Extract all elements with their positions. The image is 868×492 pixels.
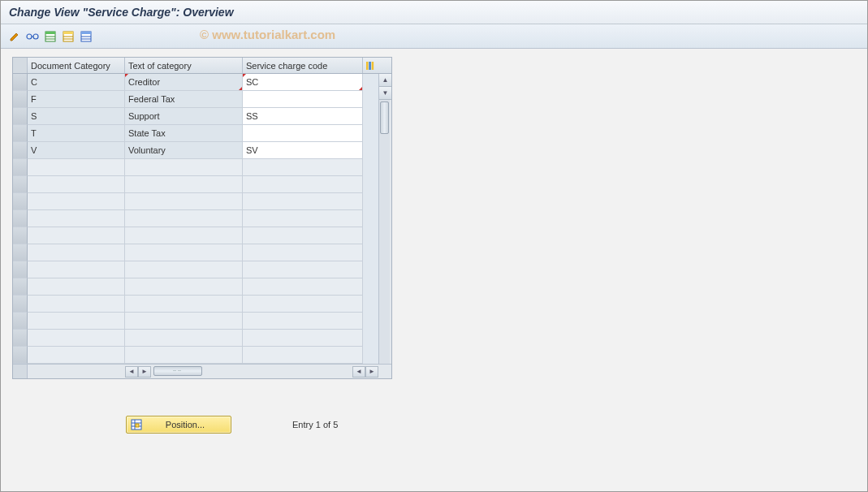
cell-service-charge-code[interactable] [243,125,363,142]
row-selector[interactable] [13,278,28,296]
svg-rect-16 [372,62,374,70]
cell-doc-category[interactable]: S [28,108,125,125]
empty-cell [243,176,363,193]
table-row-empty [13,227,378,244]
svg-rect-21 [136,424,139,427]
horizontal-scrollbar[interactable]: ◄ ► ┈┈ ◄ ► [13,364,391,378]
cell-service-charge-code[interactable]: SC [243,74,363,91]
row-selector[interactable] [13,176,28,193]
watermark-text: © www.tutorialkart.com [200,28,335,41]
empty-cell [243,244,363,261]
cell-doc-category[interactable]: V [28,142,125,159]
cell-doc-category[interactable]: F [28,91,125,108]
table-blue-icon [80,31,92,42]
svg-rect-11 [81,32,91,34]
change-button[interactable] [7,29,22,44]
glasses-icon [26,32,39,41]
row-selector[interactable] [13,193,28,210]
hscroll-corner [13,365,28,378]
row-selector[interactable] [13,74,28,91]
row-selector[interactable] [13,125,28,142]
row-selector[interactable] [13,159,28,176]
cell-text-category[interactable]: Support [125,108,243,125]
empty-cell [243,347,363,364]
table-row[interactable]: CCreditorSC [13,74,378,91]
grid-locate-icon [131,419,142,430]
select-all-header[interactable] [13,58,28,73]
cell-text-category[interactable]: State Tax [125,125,243,142]
hscroll-right2-button[interactable]: ► [365,366,378,378]
empty-cell [243,193,363,210]
scroll-thumb[interactable] [380,101,389,134]
table-row-empty [13,193,378,210]
empty-cell [125,296,243,313]
empty-cell [28,278,125,296]
row-selector[interactable] [13,313,28,330]
svg-rect-3 [45,32,55,34]
column-header-service-charge-code[interactable]: Service charge code [243,58,363,73]
display-button[interactable] [25,29,40,44]
svg-rect-14 [366,62,369,70]
empty-cell [28,330,125,347]
cell-service-charge-code[interactable]: SV [243,142,363,159]
table-row-empty [13,278,378,296]
row-selector[interactable] [13,330,28,347]
empty-cell [28,176,125,193]
scroll-up-button[interactable]: ▲ [379,74,391,87]
column-header-text-category[interactable]: Text of category [125,58,243,73]
cell-text-category[interactable]: Creditor [125,74,243,91]
empty-cell [28,210,125,227]
columns-icon [366,61,374,71]
cell-text-category[interactable]: Voluntary [125,142,243,159]
empty-cell [125,210,243,227]
table-row-empty [13,313,378,330]
svg-rect-7 [63,32,73,34]
row-selector[interactable] [13,227,28,244]
cell-doc-category[interactable]: C [28,74,125,91]
row-selector[interactable] [13,210,28,227]
empty-cell [28,193,125,210]
hscroll-left-button[interactable]: ◄ [125,366,138,378]
empty-cell [28,347,125,364]
cell-doc-category[interactable]: T [28,125,125,142]
scroll-down-button[interactable]: ▼ [379,87,391,100]
cell-service-charge-code[interactable]: SS [243,108,363,125]
empty-cell [125,244,243,261]
column-config-button[interactable] [363,58,378,73]
table-row-empty [13,210,378,227]
table-row-empty [13,176,378,193]
table-row[interactable]: VVoluntarySV [13,142,378,159]
empty-cell [28,244,125,261]
cell-service-charge-code[interactable] [243,91,363,108]
hscroll-thumb[interactable]: ┈┈ [153,366,202,376]
hscroll-left2-button[interactable]: ◄ [352,366,365,378]
table-row-empty [13,159,378,176]
svg-point-1 [33,34,38,39]
table-row[interactable]: TState Tax [13,125,378,142]
hscroll-right-button[interactable]: ► [138,366,151,378]
copy-as-button[interactable] [61,29,76,44]
table-body: CCreditorSCFFederal TaxSSupportSSTState … [13,74,391,364]
row-selector[interactable] [13,261,28,278]
row-selector[interactable] [13,108,28,125]
new-entries-button[interactable] [43,29,58,44]
delete-button[interactable] [79,29,93,44]
position-button[interactable]: Position... [126,416,231,434]
row-selector[interactable] [13,244,28,261]
scroll-track[interactable] [379,100,390,364]
entry-counter: Entry 1 of 5 [292,420,338,429]
table-row[interactable]: FFederal Tax [13,91,378,108]
row-selector[interactable] [13,296,28,313]
cell-text-category[interactable]: Federal Tax [125,91,243,108]
row-selector[interactable] [13,91,28,108]
content-area: Document Category Text of category Servi… [1,49,867,442]
row-selector[interactable] [13,347,28,364]
table-row-empty [13,330,378,347]
title-text: Change View "Service Charge": Overview [9,6,234,19]
vertical-scrollbar[interactable]: ▲ ▼ [378,74,391,364]
table-yellow-icon [63,31,74,42]
table-header: Document Category Text of category Servi… [13,58,391,74]
row-selector[interactable] [13,142,28,159]
table-row[interactable]: SSupportSS [13,108,378,125]
column-header-doc-category[interactable]: Document Category [28,58,125,73]
